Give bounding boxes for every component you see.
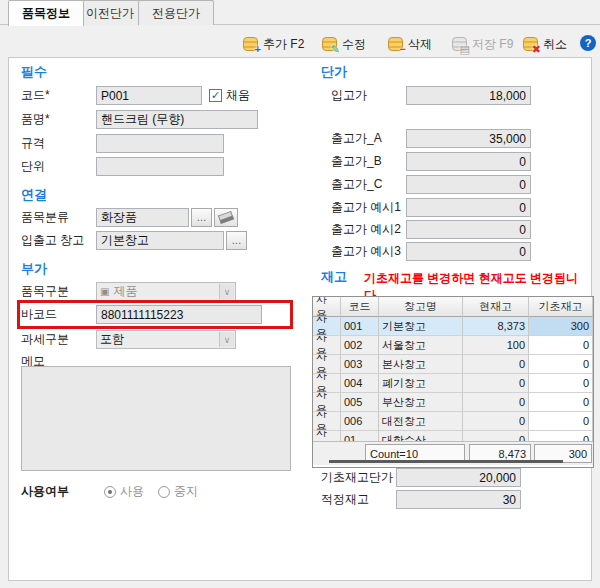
base-price-label: 기초재고단가	[321, 469, 396, 486]
price-row-a: 출고가_A 35,000	[331, 129, 531, 148]
price-row-ex2: 출고가 예시2 0	[331, 220, 531, 239]
price-c-input[interactable]: 0	[406, 175, 531, 194]
cell-base[interactable]: 0	[529, 412, 593, 431]
cell-warehouse: 폐기창고	[379, 374, 463, 393]
table-row[interactable]: 사용 005 부산창고 0 0	[313, 393, 593, 412]
x-glyph: ✖	[532, 44, 541, 55]
help-icon[interactable]: ?	[580, 35, 596, 51]
unit-label: 단위	[21, 158, 96, 175]
spec-input[interactable]	[96, 134, 224, 153]
section-title-price: 단가	[321, 63, 347, 81]
memo-input[interactable]	[21, 366, 291, 471]
add-button-label: 추가 F2	[263, 36, 304, 53]
category-more-button[interactable]: …	[191, 208, 212, 227]
header-warehouse[interactable]: 창고명	[379, 297, 463, 317]
cell-current: 0	[463, 374, 529, 393]
tab-item-info[interactable]: 품목정보	[8, 0, 84, 26]
cell-warehouse: 본사창고	[379, 355, 463, 374]
header-current[interactable]: 현재고	[463, 297, 529, 317]
category-input[interactable]: 화장품	[96, 208, 189, 227]
edit-icon: ✎	[322, 37, 337, 51]
table-row-clipped[interactable]: 사용 01 대한수산 0 0	[313, 431, 593, 441]
tab-exclusive-price[interactable]: 전용단가	[138, 0, 214, 25]
stock-table-footer: Count=10 8,473 300	[313, 441, 593, 465]
stock-table: 사용 코드 창고명 현재고 기초재고 사용 001 기본창고 8,373 300…	[312, 296, 594, 468]
radio-use-icon[interactable]	[104, 486, 116, 498]
autofill-checkbox[interactable]: ✓ 채움	[209, 87, 250, 104]
product-info-window: 품목정보 이전단가 전용단가 + 추가 F2 ✎ 수정 − 삭제 ▤ 저장 F9…	[0, 0, 600, 588]
chevron-down-icon: ∨	[219, 332, 234, 347]
save-icon: ▤	[452, 37, 467, 51]
warehouse-row: 입출고 창고 기본창고 …	[21, 231, 301, 250]
cell-base[interactable]: 300	[529, 317, 593, 336]
tax-label: 과세구분	[21, 331, 96, 348]
price-ex3-input[interactable]: 0	[406, 242, 531, 261]
delete-button[interactable]: − 삭제	[388, 34, 432, 54]
tax-value: 포함	[100, 331, 124, 348]
cell-warehouse: 기본창고	[379, 317, 463, 336]
price-b-label: 출고가_B	[331, 153, 406, 170]
warehouse-more-button[interactable]: …	[226, 231, 247, 250]
price-row-b: 출고가_B 0	[331, 152, 531, 171]
save-button-label: 저장 F9	[472, 36, 513, 53]
cell-code: 003	[341, 355, 379, 374]
table-row[interactable]: 사용 004 폐기창고 0 0	[313, 374, 593, 393]
category-clear-button[interactable]	[214, 208, 238, 227]
section-title-required: 필수	[21, 63, 47, 81]
radio-use-label[interactable]: 사용	[120, 483, 144, 500]
edit-button-label: 수정	[342, 36, 366, 53]
header-code[interactable]: 코드	[341, 297, 379, 317]
table-row[interactable]: 사용 006 대전창고 0 0	[313, 412, 593, 431]
cell-base[interactable]: 0	[529, 355, 593, 374]
base-price-row: 기초재고단가 20,000	[321, 468, 521, 487]
optimal-stock-input[interactable]: 30	[396, 490, 521, 509]
cell-warehouse: 서울창고	[379, 336, 463, 355]
edit-button[interactable]: ✎ 수정	[322, 34, 366, 54]
cell-current: 100	[463, 336, 529, 355]
table-row[interactable]: 사용 002 서울창고 100 0	[313, 336, 593, 355]
price-in-input[interactable]: 18,000	[406, 86, 531, 105]
cell-code: 002	[341, 336, 379, 355]
cell-code: 001	[341, 317, 379, 336]
checkbox-check-icon: ✓	[209, 89, 222, 102]
cell-current: 8,373	[463, 317, 529, 336]
barcode-input[interactable]: 8801111115223	[96, 305, 262, 324]
name-row: 품명* 핸드크림 (무향)	[21, 110, 301, 129]
warehouse-label: 입출고 창고	[21, 232, 96, 249]
radio-stop-icon[interactable]	[158, 486, 170, 498]
price-ex2-input[interactable]: 0	[406, 220, 531, 239]
price-row-c: 출고가_C 0	[331, 175, 531, 194]
tax-dropdown[interactable]: 포함 ∨	[96, 330, 236, 349]
section-title-extra: 부가	[21, 260, 47, 278]
table-h-scrollbar[interactable]	[329, 460, 563, 463]
pencil-glyph: ✎	[331, 44, 340, 55]
table-row[interactable]: 사용 003 본사창고 0 0	[313, 355, 593, 374]
delete-button-label: 삭제	[408, 36, 432, 53]
eraser-icon	[218, 211, 234, 224]
cell-use: 사용	[313, 317, 341, 336]
cell-use: 사용	[313, 412, 341, 431]
add-button[interactable]: + 추가 F2	[243, 34, 304, 54]
header-use[interactable]: 사용	[313, 297, 341, 317]
code-input[interactable]: P001	[96, 86, 202, 105]
name-input[interactable]: 핸드크림 (무향)	[96, 110, 258, 129]
cell-base[interactable]: 0	[529, 336, 593, 355]
header-base[interactable]: 기초재고	[529, 297, 593, 317]
cancel-button[interactable]: ✖ 취소	[523, 34, 567, 54]
base-price-input[interactable]: 20,000	[396, 468, 521, 487]
radio-stop-label[interactable]: 중지	[174, 483, 198, 500]
cancel-icon: ✖	[523, 37, 538, 51]
table-row[interactable]: 사용 001 기본창고 8,373 300	[313, 317, 593, 336]
item-type-dropdown[interactable]: ▣ 제품 ∨	[96, 282, 236, 301]
cell-base[interactable]: 0	[529, 393, 593, 412]
price-a-input[interactable]: 35,000	[406, 129, 531, 148]
unit-input[interactable]	[96, 157, 224, 176]
cell-code: 01	[341, 431, 379, 441]
price-ex1-input[interactable]: 0	[406, 198, 531, 217]
warehouse-input[interactable]: 기본창고	[96, 231, 224, 250]
optimal-stock-row: 적정재고 30	[321, 490, 521, 509]
cell-base[interactable]: 0	[529, 374, 593, 393]
delete-icon: −	[388, 37, 403, 51]
save-button[interactable]: ▤ 저장 F9	[452, 34, 513, 54]
price-b-input[interactable]: 0	[406, 152, 531, 171]
